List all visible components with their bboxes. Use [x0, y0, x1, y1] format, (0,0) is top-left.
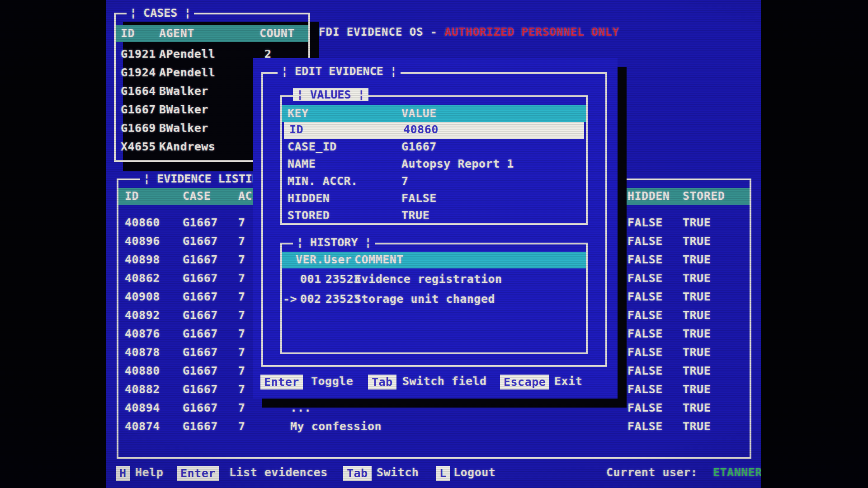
case-id-cell: G1669: [121, 122, 156, 135]
status-h-keycap[interactable]: H: [116, 466, 130, 481]
evidence-stored-cell: TRUE: [683, 364, 711, 377]
history-row[interactable]: ->00223523Storage unit changed: [282, 291, 586, 310]
cases-col-agent: AGENT: [159, 27, 194, 40]
evidence-stored-cell: TRUE: [683, 309, 711, 322]
evidence-ac-cell: 7: [238, 420, 245, 433]
values-row-hidden[interactable]: HIDDENFALSE: [282, 191, 586, 208]
history-comment-cell: Evidence registration: [354, 272, 502, 286]
evidence-case-cell: G1667: [183, 346, 218, 359]
evidence-hidden-cell: FALSE: [627, 309, 663, 322]
dialog-title: ¦ EDIT EVIDENCE ¦: [278, 65, 401, 78]
evidence-hidden-cell: FALSE: [627, 290, 663, 303]
evidence-hidden-cell: FALSE: [627, 346, 663, 359]
evidence-case-cell: G1667: [183, 216, 218, 229]
evidence-row[interactable]: 40874G16677My confessionFALSETRUE: [118, 418, 750, 437]
evidence-case-cell: G1667: [183, 327, 218, 340]
cases-col-id: ID: [121, 27, 135, 40]
evidence-case-cell: G1667: [183, 235, 218, 248]
cases-header-row: ID AGENT COUNT: [116, 25, 308, 42]
evidence-col-ac: AC: [238, 189, 252, 202]
evidence-case-cell: G1667: [183, 401, 218, 414]
values-key-cell: HIDDEN: [288, 192, 330, 205]
evidence-stored-cell: TRUE: [683, 401, 711, 414]
values-key-cell: MIN. ACCR.: [288, 174, 358, 188]
evidence-ac-cell: 7: [238, 216, 245, 229]
case-id-cell: G1667: [121, 103, 156, 116]
status-l-keycap[interactable]: L: [436, 466, 450, 481]
values-col-value: VALUE: [401, 107, 437, 120]
case-id-cell: G1921: [121, 47, 156, 61]
status-action-label: Logout: [453, 466, 495, 479]
evidence-id-cell: 40874: [125, 420, 160, 433]
app-title: FDI EVIDENCE OS - AUTHORIZED PERSONNEL O…: [319, 26, 619, 38]
status-action-label: Switch: [377, 466, 419, 479]
values-key-cell: NAME: [288, 157, 316, 170]
values-row-id[interactable]: ID40860: [284, 122, 584, 139]
evidence-stored-cell: TRUE: [683, 290, 711, 303]
history-box-title: ¦ HISTORY ¦: [293, 236, 375, 249]
values-key-cell: ID: [289, 123, 303, 136]
evidence-id-cell: 40892: [125, 309, 160, 322]
tab-keycap[interactable]: Tab: [368, 375, 396, 389]
history-header-row: VER.User COMMENT: [282, 252, 586, 268]
history-comment-cell: Storage unit changed: [354, 292, 495, 305]
evidence-ac-cell: 7: [238, 364, 245, 377]
status-action-label: List evidences: [229, 466, 328, 479]
values-row-name[interactable]: NAMEAutopsy Report 1: [282, 156, 586, 174]
evidence-hidden-cell: FALSE: [627, 235, 663, 248]
evidence-stored-cell: TRUE: [683, 383, 711, 396]
evidence-ac-cell: 7: [238, 401, 245, 414]
evidence-ac-cell: 7: [238, 253, 245, 266]
evidence-ac-cell: 7: [238, 235, 245, 248]
evidence-ac-cell: 7: [238, 272, 245, 285]
evidence-id-cell: 40894: [125, 401, 160, 414]
app-title-warning: AUTHORIZED PERSONNEL ONLY: [444, 26, 619, 38]
evidence-hidden-cell: FALSE: [627, 327, 663, 340]
case-id-cell: G1924: [121, 66, 156, 79]
escape-keycap[interactable]: Escape: [500, 375, 549, 389]
case-id-cell: X4655: [121, 140, 156, 153]
app-title-text: FDI EVIDENCE OS -: [319, 26, 444, 38]
case-id-cell: G1664: [121, 84, 156, 98]
evidence-case-cell: G1667: [183, 253, 218, 266]
evidence-name-cell: My confession: [290, 420, 382, 433]
evidence-hidden-cell: FALSE: [627, 272, 663, 285]
evidence-col-hidden: HIDDEN: [627, 189, 670, 202]
evidence-stored-cell: TRUE: [683, 216, 711, 229]
evidence-stored-cell: TRUE: [683, 327, 711, 340]
values-row-min-accr-[interactable]: MIN. ACCR.7: [282, 174, 586, 191]
values-key-cell: STORED: [288, 209, 330, 222]
evidence-stored-cell: TRUE: [683, 253, 711, 266]
keycap-action-label: Switch field: [402, 375, 487, 388]
enter-keycap[interactable]: Enter: [260, 375, 303, 389]
evidence-id-cell: 40880: [125, 364, 160, 377]
evidence-col-case: CASE: [183, 189, 211, 202]
cases-panel-title: ¦ CASES ¦: [127, 6, 194, 19]
case-agent-cell: APendell: [159, 47, 215, 61]
values-value-cell: 7: [401, 174, 409, 188]
evidence-case-cell: G1667: [183, 309, 218, 322]
values-row-stored[interactable]: STOREDTRUE: [282, 208, 586, 225]
evidence-col-id: ID: [125, 189, 139, 202]
evidence-hidden-cell: FALSE: [627, 420, 663, 433]
history-col-comment: COMMENT: [354, 253, 404, 266]
evidence-stored-cell: TRUE: [683, 272, 711, 285]
history-row[interactable]: 00123523Evidence registration: [282, 272, 586, 290]
evidence-id-cell: 40876: [125, 327, 160, 340]
status-enter-keycap[interactable]: Enter: [177, 466, 219, 481]
evidence-id-cell: 40862: [125, 272, 160, 285]
history-box: ¦ HISTORY ¦ VER.User COMMENT 00123523Evi…: [280, 243, 588, 354]
values-value-cell: Autopsy Report 1: [401, 157, 514, 170]
status-bar: Current user: ETANNER HHelpEnterList evi…: [106, 465, 761, 483]
selection-arrow-marker: ->: [283, 292, 297, 305]
evidence-id-cell: 40860: [125, 216, 160, 229]
evidence-hidden-cell: FALSE: [627, 216, 663, 229]
evidence-hidden-cell: FALSE: [627, 383, 663, 396]
evidence-ac-cell: 7: [238, 290, 245, 303]
history-ver-cell: 002: [300, 292, 321, 305]
case-agent-cell: BWalker: [159, 103, 208, 116]
evidence-panel-title: ¦ EVIDENCE LISTIN: [140, 172, 262, 185]
status-tab-keycap[interactable]: Tab: [343, 466, 372, 481]
values-row-case-id[interactable]: CASE_IDG1667: [282, 139, 586, 156]
values-value-cell: TRUE: [401, 209, 429, 222]
